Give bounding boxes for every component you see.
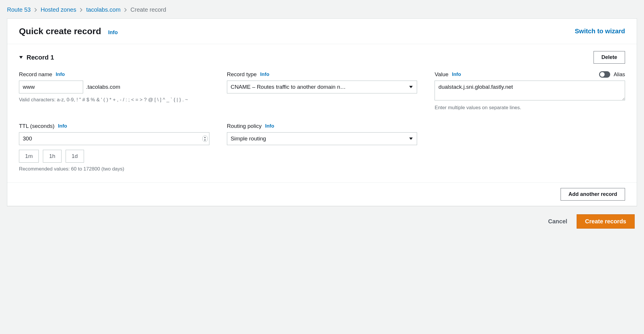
record-name-label: Record name bbox=[19, 71, 52, 78]
breadcrumb-route53[interactable]: Route 53 bbox=[7, 6, 31, 13]
ttl-preset-1h[interactable]: 1h bbox=[43, 150, 61, 163]
record-type-label: Record type bbox=[227, 71, 257, 78]
ttl-helper: Recommended values: 60 to 172800 (two da… bbox=[19, 166, 209, 173]
switch-to-wizard-link[interactable]: Switch to wizard bbox=[575, 27, 625, 35]
chevron-right-icon bbox=[80, 8, 83, 12]
record-type-info-link[interactable]: Info bbox=[260, 72, 269, 77]
ttl-label: TTL (seconds) bbox=[19, 123, 55, 129]
routing-policy-select[interactable]: Simple routing bbox=[227, 132, 417, 145]
alias-toggle[interactable] bbox=[599, 71, 610, 78]
record-value-field: Value Info Alias Enter multiple values o… bbox=[435, 71, 625, 111]
ttl-preset-1d[interactable]: 1d bbox=[66, 150, 84, 163]
chevron-up-icon[interactable]: ▲ bbox=[203, 136, 207, 139]
record-value-textarea[interactable] bbox=[435, 81, 625, 100]
record-value-helper: Enter multiple values on separate lines. bbox=[435, 104, 625, 111]
record-title: Record 1 bbox=[27, 54, 54, 61]
page-title: Quick create record bbox=[19, 26, 101, 36]
chevron-right-icon bbox=[124, 8, 127, 12]
ttl-info-link[interactable]: Info bbox=[58, 123, 67, 129]
delete-record-button[interactable]: Delete bbox=[594, 51, 625, 64]
record-value-label: Value bbox=[435, 71, 448, 78]
cancel-button[interactable]: Cancel bbox=[545, 214, 570, 229]
panel-header: Quick create record Info Switch to wizar… bbox=[7, 19, 637, 44]
add-another-record-button[interactable]: Add another record bbox=[561, 188, 625, 201]
ttl-field: TTL (seconds) Info ▲ ▼ 1m 1h 1d bbox=[19, 123, 209, 173]
chevron-down-icon[interactable]: ▼ bbox=[203, 139, 207, 142]
record-type-select[interactable]: CNAME – Routes traffic to another domain… bbox=[227, 81, 417, 93]
record-name-field: Record name Info .tacolabs.com Valid cha… bbox=[19, 71, 209, 111]
record-name-suffix: .tacolabs.com bbox=[86, 84, 120, 90]
record-name-info-link[interactable]: Info bbox=[56, 72, 65, 77]
caret-down-icon bbox=[19, 55, 23, 60]
create-record-panel: Quick create record Info Switch to wizar… bbox=[7, 18, 637, 206]
ttl-input[interactable] bbox=[19, 132, 209, 145]
record-type-field: Record type Info CNAME – Routes traffic … bbox=[227, 71, 417, 111]
breadcrumb: Route 53 Hosted zones tacolabs.com Creat… bbox=[7, 5, 637, 18]
routing-policy-label: Routing policy bbox=[227, 123, 262, 129]
ttl-spinner[interactable]: ▲ ▼ bbox=[202, 135, 208, 142]
record-name-input[interactable] bbox=[19, 81, 83, 93]
create-records-button[interactable]: Create records bbox=[577, 214, 635, 229]
breadcrumb-current: Create record bbox=[130, 6, 166, 13]
footer-actions: Cancel Create records bbox=[7, 206, 637, 229]
alias-toggle-label: Alias bbox=[614, 72, 625, 78]
chevron-right-icon bbox=[34, 8, 37, 12]
breadcrumb-hosted-zones[interactable]: Hosted zones bbox=[41, 6, 76, 13]
title-info-link[interactable]: Info bbox=[108, 29, 118, 35]
routing-policy-field: Routing policy Info Simple routing bbox=[227, 123, 417, 173]
record-value-info-link[interactable]: Info bbox=[452, 72, 461, 77]
breadcrumb-domain[interactable]: tacolabs.com bbox=[86, 6, 120, 13]
record-collapse-toggle[interactable]: Record 1 bbox=[19, 54, 54, 61]
record-block: Record 1 Delete Record name Info .tacola… bbox=[7, 44, 637, 182]
routing-policy-info-link[interactable]: Info bbox=[265, 123, 274, 129]
ttl-preset-1m[interactable]: 1m bbox=[19, 150, 39, 163]
record-name-helper: Valid characters: a-z, 0-9, ! " # $ % & … bbox=[19, 96, 209, 103]
